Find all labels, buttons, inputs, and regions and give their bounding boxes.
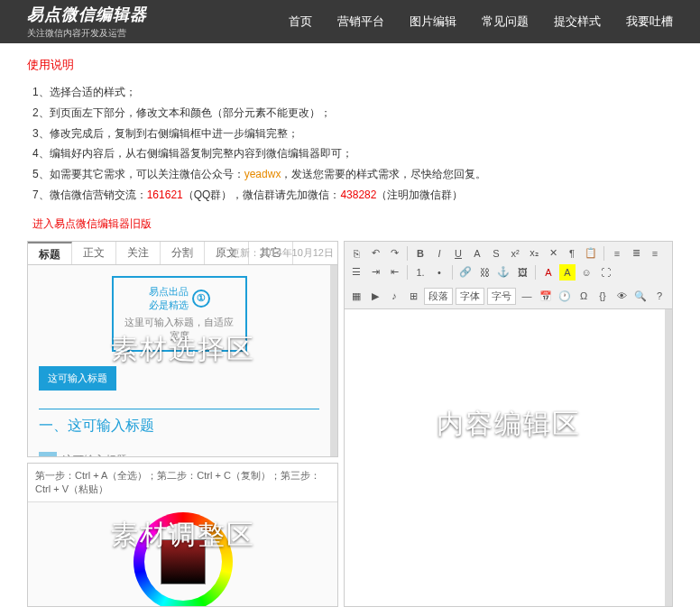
instructions-title: 使用说明 <box>27 57 673 73</box>
underline-icon[interactable]: U <box>450 245 466 262</box>
editor-toolbar: ⎘ ↶ ↷ B I U A S x² x₂ ✕ ¶ 📋 ≡ ≣ ≡ ☰ ⇥ ⇤ … <box>345 242 672 309</box>
wechat-num: 438282 <box>340 188 376 201</box>
nav-image-edit[interactable]: 图片编辑 <box>410 14 456 30</box>
color-square[interactable] <box>161 539 206 584</box>
tab-follow[interactable]: 关注 <box>116 242 161 264</box>
backcolor-icon[interactable]: A <box>559 264 576 280</box>
nav-marketing[interactable]: 营销平台 <box>337 14 384 30</box>
instruction-item: 5、如需要其它需求，可以关注微信公众号：yeadwx，发送您需要的样式需求，尽快… <box>32 164 673 185</box>
qq-group: 161621 <box>147 188 183 201</box>
panels-area: 标题 正文 关注 分割 原文 其它 更新：2014年10月12日 易点出品必是精… <box>0 241 700 616</box>
tab-divider[interactable]: 分割 <box>161 242 205 264</box>
unlink-icon[interactable]: ⛓ <box>476 264 493 280</box>
content-edit-panel: ⎘ ↶ ↷ B I U A S x² x₂ ✕ ¶ 📋 ≡ ≣ ≡ ☰ ⇥ ⇤ … <box>344 241 673 607</box>
tab-body[interactable]: 正文 <box>72 242 116 264</box>
steps-label: 第一步：Ctrl + A（全选）；第二步：Ctrl + C（复制）；第三步：Ct… <box>28 464 337 502</box>
undo-icon[interactable]: ↶ <box>367 245 383 262</box>
instruction-item: 4、编辑好内容后，从右侧编辑器复制完整内容到微信编辑器即可； <box>32 143 673 164</box>
paste-icon[interactable]: 📋 <box>583 245 599 262</box>
format-icon[interactable]: ¶ <box>564 245 580 262</box>
italic-icon[interactable]: I <box>431 245 447 262</box>
number-box-icon: 1 <box>39 452 57 457</box>
indent-icon[interactable]: ⇥ <box>367 264 383 280</box>
time-icon[interactable]: 🕐 <box>557 288 573 304</box>
sample-blue-bar[interactable]: 这可输入标题 <box>39 366 116 391</box>
align-right-icon[interactable]: ≡ <box>647 245 663 262</box>
font-select[interactable]: 字体 <box>456 288 484 305</box>
source-icon[interactable]: ⎘ <box>348 245 364 262</box>
sub-icon[interactable]: x₂ <box>526 245 542 262</box>
map-icon[interactable]: ⊞ <box>405 288 421 304</box>
nav-home[interactable]: 首页 <box>289 14 312 30</box>
clear-icon[interactable]: ✕ <box>545 245 561 262</box>
tab-title[interactable]: 标题 <box>28 242 72 264</box>
sample-numbered[interactable]: 1 这可输入标题 <box>39 452 319 457</box>
date-icon[interactable]: 📅 <box>538 288 554 304</box>
video-icon[interactable]: ▶ <box>367 288 383 304</box>
instructions-section: 使用说明 1、选择合适的样式； 2、到页面左下部分，修改文本和颜色（部分元素不能… <box>0 43 700 241</box>
sample-box-1[interactable]: 易点出品必是精选 ① 这里可输入标题，自适应宽度 <box>112 276 247 352</box>
align-left-icon[interactable]: ≡ <box>609 245 625 262</box>
paragraph-select[interactable]: 段落 <box>424 288 453 305</box>
unordered-list-icon[interactable]: • <box>431 264 447 280</box>
strike-icon[interactable]: S <box>488 245 504 262</box>
font-icon[interactable]: A <box>469 245 485 262</box>
old-version-link[interactable]: 进入易点微信编辑器旧版 <box>32 216 152 232</box>
logo-title: 易点微信编辑器 <box>27 4 147 25</box>
tabs-row: 标题 正文 关注 分割 原文 其它 更新：2014年10月12日 <box>28 242 337 265</box>
table-icon[interactable]: ▦ <box>348 288 364 304</box>
search-icon[interactable]: 🔍 <box>632 288 649 304</box>
nav-faq[interactable]: 常见问题 <box>482 14 529 30</box>
material-select-panel: 标题 正文 关注 分割 原文 其它 更新：2014年10月12日 易点出品必是精… <box>27 241 338 457</box>
logo-area: 易点微信编辑器 关注微信内容开发及运营 <box>27 4 147 40</box>
instruction-item: 1、选择合适的样式； <box>32 82 673 103</box>
instruction-item: 7、微信微信营销交流：161621（QQ群），微信群请先加微信：438282（注… <box>32 185 673 206</box>
update-time: 更新：2014年10月12日 <box>230 246 334 260</box>
instruction-item: 2、到页面左下部分，修改文本和颜色（部分元素不能更改）； <box>32 103 673 124</box>
sample-divider <box>39 409 319 409</box>
color-ring[interactable] <box>134 512 233 607</box>
sample-area[interactable]: 易点出品必是精选 ① 这里可输入标题，自适应宽度 这可输入标题 一、这可输入标题… <box>28 265 337 456</box>
bold-icon[interactable]: B <box>412 245 428 262</box>
logo-tagline: 关注微信内容开发及运营 <box>27 27 147 40</box>
help-icon[interactable]: ? <box>651 288 668 304</box>
align-center-icon[interactable]: ≣ <box>628 245 644 262</box>
preview-icon[interactable]: 👁 <box>613 288 630 304</box>
sup-icon[interactable]: x² <box>507 245 523 262</box>
main-nav: 首页 营销平台 图片编辑 常见问题 提交样式 我要吐槽 <box>147 14 673 30</box>
material-adjust-panel: 第一步：Ctrl + A（全选）；第二步：Ctrl + C（复制）；第三步：Ct… <box>27 463 338 607</box>
color-picker-area[interactable] <box>28 502 337 607</box>
link-icon[interactable]: 🔗 <box>457 264 474 280</box>
size-select[interactable]: 字号 <box>487 288 516 305</box>
nav-submit[interactable]: 提交样式 <box>554 14 601 30</box>
align-justify-icon[interactable]: ☰ <box>348 264 364 280</box>
special-icon[interactable]: Ω <box>576 288 592 304</box>
emoji-icon[interactable]: ☺ <box>578 264 594 280</box>
circle-number-icon: ① <box>192 290 210 308</box>
instructions-list: 1、选择合适的样式； 2、到页面左下部分，修改文本和颜色（部分元素不能更改）； … <box>32 82 673 206</box>
editor-body[interactable] <box>345 309 672 607</box>
anchor-icon[interactable]: ⚓ <box>495 264 511 280</box>
sample-heading[interactable]: 一、这可输入标题 <box>39 417 319 436</box>
outdent-icon[interactable]: ⇤ <box>386 264 402 280</box>
nav-feedback[interactable]: 我要吐槽 <box>626 14 673 30</box>
redo-icon[interactable]: ↷ <box>386 245 402 262</box>
code-icon[interactable]: {} <box>594 288 611 304</box>
hr-icon[interactable]: — <box>519 288 535 304</box>
ordered-list-icon[interactable]: 1. <box>412 264 428 280</box>
header: 易点微信编辑器 关注微信内容开发及运营 首页 营销平台 图片编辑 常见问题 提交… <box>0 0 700 43</box>
music-icon[interactable]: ♪ <box>386 288 402 304</box>
instruction-item: 3、修改完成后，复制到右侧编辑框中进一步编辑完整； <box>32 124 673 144</box>
image-icon[interactable]: 🖼 <box>514 264 530 280</box>
fullscreen-icon[interactable]: ⛶ <box>597 264 613 280</box>
forecolor-icon[interactable]: A <box>540 264 557 280</box>
wechat-id: yeadwx <box>244 168 281 180</box>
